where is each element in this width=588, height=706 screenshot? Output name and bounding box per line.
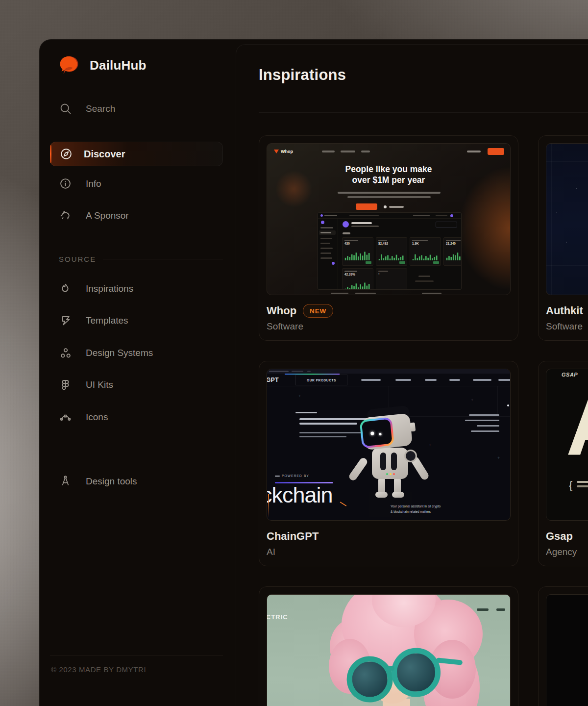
portrait-brand: CTRIC — [267, 613, 288, 621]
whop-thumbnail: Whop People like you make over $1M per y… — [267, 143, 511, 295]
whop-logo-icon — [274, 150, 279, 153]
title-divider — [259, 112, 588, 113]
source-label: SOURCE — [59, 255, 96, 263]
sidebar-item-label: UI Kits — [86, 379, 113, 390]
gsap-brace: { — [569, 479, 572, 492]
flame-icon — [59, 282, 72, 295]
card-title: Authkit — [546, 304, 583, 317]
bezier-curve-icon — [59, 410, 72, 424]
whop-cta-button — [356, 203, 377, 210]
card-title: Gsap — [546, 530, 573, 543]
gsap-thumbnail: GSAP A { — [546, 369, 588, 521]
main-panel: Inspirations Whop — [236, 44, 588, 706]
sidebar-item-label: Inspirations — [86, 283, 133, 294]
sidebar-item-discover[interactable]: Discover — [50, 142, 223, 166]
sidebar-item-label: A Sponsor — [86, 210, 129, 221]
gsap-logo: GSAP — [562, 372, 578, 378]
source-section-heading: SOURCE — [59, 255, 223, 263]
whop-hero-line1: People like you make — [267, 164, 510, 175]
app-name: DailuHub — [90, 58, 147, 73]
blockchain-headline: ckchain — [267, 482, 333, 508]
figma-icon — [59, 378, 72, 391]
powered-by-label: POWERED BY — [282, 474, 309, 478]
whop-hero-line2: over $1M per year — [267, 175, 510, 185]
chaingpt-caption1: Your personal assistant in all crypto — [391, 504, 441, 508]
sidebar-item-label: Info — [86, 178, 101, 189]
sidebar-item-label: Discover — [84, 149, 125, 160]
card-dark[interactable] — [538, 586, 588, 706]
sidebar-item-sponsor[interactable]: A Sponsor — [59, 209, 129, 222]
card-whop[interactable]: Whop People like you make over $1M per y… — [259, 135, 518, 341]
card-category: Agency — [546, 547, 588, 557]
piggy-bank-icon — [59, 209, 72, 222]
sidebar-item-design-systems[interactable]: Design Systems — [59, 346, 153, 359]
sidebar-item-inspirations[interactable]: Inspirations — [59, 282, 133, 295]
cards-grid: Whop People like you make over $1M per y… — [259, 135, 588, 706]
dailuhub-logo-icon — [57, 55, 79, 76]
chaingpt-caption2: & blockchain related matters — [391, 510, 431, 513]
sidebar-item-icons[interactable]: Icons — [59, 410, 108, 424]
app-logo[interactable]: DailuHub — [57, 55, 147, 76]
card-portrait[interactable]: CTRIC — [259, 586, 518, 706]
copyright-note: © 2023 MADE BY DMYTRI — [51, 665, 146, 674]
card-title: ChainGPT — [267, 530, 318, 543]
whop-dashboard-preview: 430 $2,492 — [318, 212, 462, 290]
sidebar-item-templates[interactable]: Templates — [59, 314, 128, 327]
card-category: AI — [267, 547, 511, 557]
search-placeholder: Search — [86, 103, 115, 114]
app-window: DailuHub Search Discover Info — [39, 39, 588, 706]
whop-logo: Whop — [274, 149, 293, 154]
sidebar-footer-divider — [50, 656, 223, 656]
whop-signup-button — [488, 148, 504, 155]
card-category: Software — [546, 321, 588, 332]
chaingpt-nav-products: OUR PRODUCTS — [295, 375, 347, 385]
card-title: Whop — [267, 304, 296, 317]
chaingpt-thumbnail: GPT OUR PRODUCTS + + — [267, 369, 511, 521]
sidebar-item-design-tools[interactable]: Design tools — [59, 475, 137, 488]
search-icon — [59, 102, 72, 115]
card-authkit[interactable]: Authkit NEW Software — [538, 135, 588, 341]
search-input[interactable]: Search — [59, 102, 115, 115]
sidebar-item-label: Design tools — [86, 476, 137, 487]
gsap-hero-letter: A — [566, 383, 588, 467]
stars-decoration — [546, 144, 547, 145]
dark-thumbnail — [546, 594, 588, 706]
info-icon — [59, 177, 72, 190]
compass-icon — [60, 148, 73, 161]
sidebar-item-ui-kits[interactable]: UI Kits — [59, 378, 113, 391]
sidebar: DailuHub Search Discover Info — [39, 39, 236, 706]
card-category: Software — [267, 321, 511, 332]
sidebar-item-label: Design Systems — [86, 348, 153, 358]
flag-banner-icon — [59, 314, 72, 327]
drafting-compass-icon — [59, 475, 72, 488]
sidebar-item-label: Templates — [86, 315, 128, 326]
card-gsap[interactable]: GSAP A { Gsap Agency — [538, 361, 588, 566]
card-chaingpt[interactable]: GPT OUR PRODUCTS + + — [259, 361, 518, 566]
new-badge: NEW — [303, 304, 333, 318]
source-divider — [103, 259, 223, 259]
portrait-thumbnail: CTRIC — [267, 594, 511, 706]
sidebar-item-label: Icons — [86, 412, 108, 423]
page-title: Inspirations — [259, 66, 346, 84]
nodes-icon — [59, 346, 72, 359]
authkit-thumbnail — [546, 143, 588, 295]
chaingpt-logo: GPT — [267, 377, 279, 383]
sidebar-item-info[interactable]: Info — [59, 177, 101, 190]
